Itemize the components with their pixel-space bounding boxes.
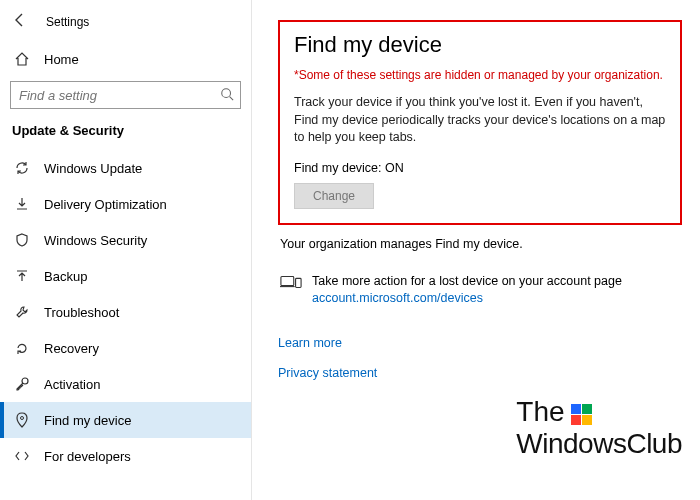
feature-description: Track your device if you think you've lo…	[294, 94, 666, 147]
org-manages-text: Your organization manages Find my device…	[280, 237, 682, 251]
svg-rect-4	[296, 278, 302, 287]
svg-rect-3	[281, 276, 294, 285]
sidebar-item-windows-security[interactable]: Windows Security	[0, 222, 251, 258]
learn-more-link[interactable]: Learn more	[278, 336, 342, 350]
sidebar-item-delivery-optimization[interactable]: Delivery Optimization	[0, 186, 251, 222]
devices-icon	[280, 274, 302, 293]
home-icon	[14, 51, 30, 67]
recovery-icon	[14, 340, 30, 356]
code-icon	[14, 448, 30, 464]
search-icon	[220, 87, 234, 104]
svg-point-2	[21, 417, 24, 420]
wrench-icon	[14, 304, 30, 320]
change-button: Change	[294, 183, 374, 209]
sync-icon	[14, 160, 30, 176]
home-label: Home	[44, 52, 79, 67]
window-title: Settings	[46, 15, 89, 29]
status-text: Find my device: ON	[294, 161, 666, 175]
sidebar-item-label: Recovery	[44, 341, 99, 356]
back-icon[interactable]	[12, 12, 28, 31]
watermark-line1: The	[516, 396, 564, 428]
sidebar-item-label: Backup	[44, 269, 87, 284]
highlighted-section: Find my device *Some of these settings a…	[278, 20, 682, 225]
sidebar-item-label: Activation	[44, 377, 100, 392]
sidebar-item-label: Windows Security	[44, 233, 147, 248]
backup-icon	[14, 268, 30, 284]
account-link[interactable]: account.microsoft.com/devices	[312, 291, 483, 305]
sidebar-item-label: For developers	[44, 449, 131, 464]
nav-list: Windows Update Delivery Optimization Win…	[0, 150, 251, 500]
location-icon	[14, 412, 30, 428]
privacy-link[interactable]: Privacy statement	[278, 366, 377, 380]
sidebar-item-backup[interactable]: Backup	[0, 258, 251, 294]
sidebar-item-label: Delivery Optimization	[44, 197, 167, 212]
windows-logo-icon	[571, 404, 592, 425]
key-icon	[14, 376, 30, 392]
sidebar: Settings Home Update & Security Windows …	[0, 0, 252, 500]
sidebar-item-label: Find my device	[44, 413, 131, 428]
sidebar-item-activation[interactable]: Activation	[0, 366, 251, 402]
window-header: Settings	[0, 8, 251, 43]
action-text-block: Take more action for a lost device on yo…	[312, 273, 622, 308]
watermark: The WindowsClub	[516, 396, 682, 460]
sidebar-item-recovery[interactable]: Recovery	[0, 330, 251, 366]
shield-icon	[14, 232, 30, 248]
org-warning: *Some of these settings are hidden or ma…	[294, 68, 666, 82]
sidebar-item-label: Troubleshoot	[44, 305, 119, 320]
sidebar-item-for-developers[interactable]: For developers	[0, 438, 251, 474]
search-field[interactable]	[19, 88, 199, 103]
svg-point-0	[222, 88, 231, 97]
sidebar-item-troubleshoot[interactable]: Troubleshoot	[0, 294, 251, 330]
download-icon	[14, 196, 30, 212]
account-action: Take more action for a lost device on yo…	[280, 273, 682, 308]
watermark-line2: WindowsClub	[516, 428, 682, 460]
action-description: Take more action for a lost device on yo…	[312, 274, 622, 288]
sidebar-item-home[interactable]: Home	[0, 43, 251, 75]
search-input[interactable]	[10, 81, 241, 109]
footer-links: Learn more Privacy statement	[278, 336, 682, 380]
sidebar-item-find-my-device[interactable]: Find my device	[0, 402, 251, 438]
page-title: Find my device	[294, 32, 666, 58]
sidebar-item-label: Windows Update	[44, 161, 142, 176]
breadcrumb: Update & Security	[0, 119, 251, 150]
sidebar-item-windows-update[interactable]: Windows Update	[0, 150, 251, 186]
main-content: Find my device *Some of these settings a…	[252, 0, 700, 500]
